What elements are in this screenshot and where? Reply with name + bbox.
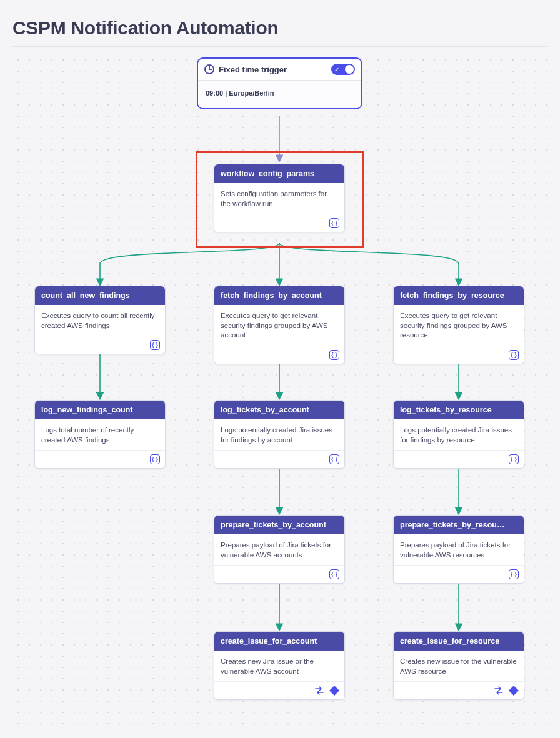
node-title: log_tickets_by_resource xyxy=(394,401,524,419)
node-count-all-new-findings[interactable]: count_all_new_findings Executes query to… xyxy=(34,286,166,354)
workflow-canvas[interactable]: Fixed time trigger ✓ 09:00 | Europe/Berl… xyxy=(12,54,548,732)
code-icon[interactable]: { } xyxy=(329,218,339,228)
trigger-time: 09:00 | Europe/Berlin xyxy=(198,81,361,108)
clock-icon xyxy=(204,64,214,74)
toggle-knob xyxy=(345,65,354,74)
code-icon[interactable]: { } xyxy=(329,454,339,464)
node-prepare-tickets-by-account[interactable]: prepare_tickets_by_account Prepares payl… xyxy=(214,515,345,584)
loop-icon[interactable] xyxy=(314,686,324,695)
jira-icon[interactable] xyxy=(329,686,339,696)
code-icon[interactable]: { } xyxy=(509,569,519,579)
code-icon[interactable]: { } xyxy=(509,350,519,360)
node-desc: Creates new issue for the vulnerable AWS… xyxy=(394,651,524,682)
node-fetch-findings-by-resource[interactable]: fetch_findings_by_resource Executes quer… xyxy=(393,286,524,364)
node-workflow-config-params[interactable]: workflow_config_params Sets configuratio… xyxy=(214,164,345,232)
node-desc: Logs total number of recently created AW… xyxy=(35,419,165,451)
node-log-new-findings-count[interactable]: log_new_findings_count Logs total number… xyxy=(34,400,166,469)
node-desc: Executes query to get relevant security … xyxy=(394,305,524,346)
node-desc: Creates new Jira issue or the vulnerable… xyxy=(214,651,344,682)
node-prepare-tickets-by-resource[interactable]: prepare_tickets_by_resou… Prepares paylo… xyxy=(393,515,524,584)
node-desc: Prepares payload of Jira tickets for vul… xyxy=(394,534,524,566)
code-icon[interactable]: { } xyxy=(329,350,339,360)
code-icon[interactable]: { } xyxy=(150,340,160,350)
node-desc: Executes query to get relevant security … xyxy=(214,305,344,346)
trigger-node[interactable]: Fixed time trigger ✓ 09:00 | Europe/Berl… xyxy=(197,57,362,109)
trigger-toggle[interactable]: ✓ xyxy=(331,64,355,75)
page-title: CSPM Notification Automation xyxy=(12,17,548,47)
node-title: fetch_findings_by_account xyxy=(214,286,344,305)
node-title: prepare_tickets_by_resou… xyxy=(394,516,524,534)
node-title: create_issue_for_account xyxy=(214,632,344,651)
jira-icon[interactable] xyxy=(509,686,519,696)
node-title: prepare_tickets_by_account xyxy=(214,516,344,534)
node-title: count_all_new_findings xyxy=(35,286,165,305)
node-desc: Prepares payload of Jira tickets for vul… xyxy=(214,534,344,566)
node-log-tickets-by-account[interactable]: log_tickets_by_account Logs potentially … xyxy=(214,400,345,469)
node-desc: Logs potentially created Jira issues for… xyxy=(214,419,344,451)
node-desc: Sets configuration parameters for the wo… xyxy=(214,183,344,214)
node-title: fetch_findings_by_resource xyxy=(394,286,524,305)
node-title: log_new_findings_count xyxy=(35,401,165,419)
check-icon: ✓ xyxy=(334,66,339,73)
node-desc: Executes query to count all recently cre… xyxy=(35,305,165,336)
trigger-label: Fixed time trigger xyxy=(219,65,287,74)
node-log-tickets-by-resource[interactable]: log_tickets_by_resource Logs potentially… xyxy=(393,400,524,469)
loop-icon[interactable] xyxy=(494,686,504,695)
node-create-issue-for-account[interactable]: create_issue_for_account Creates new Jir… xyxy=(214,631,345,700)
code-icon[interactable]: { } xyxy=(329,569,339,579)
node-title: workflow_config_params xyxy=(214,164,344,183)
code-icon[interactable]: { } xyxy=(509,454,519,464)
node-title: log_tickets_by_account xyxy=(214,401,344,419)
code-icon[interactable]: { } xyxy=(150,454,160,464)
node-fetch-findings-by-account[interactable]: fetch_findings_by_account Executes query… xyxy=(214,286,345,364)
node-create-issue-for-resource[interactable]: create_issue_for_resource Creates new is… xyxy=(393,631,524,700)
node-desc: Logs potentially created Jira issues for… xyxy=(394,419,524,451)
node-title: create_issue_for_resource xyxy=(394,632,524,651)
